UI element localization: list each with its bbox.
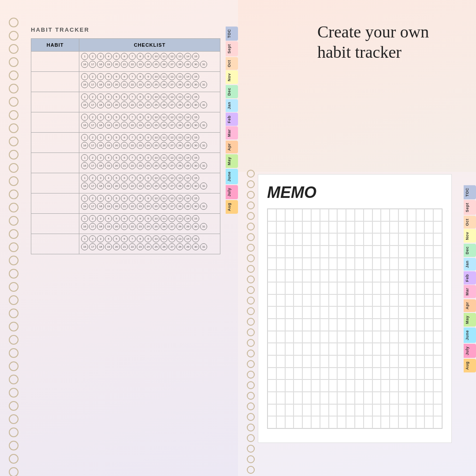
day-circle[interactable]: 13	[176, 53, 183, 60]
day-circle[interactable]: 13	[176, 195, 183, 202]
day-circle[interactable]: 6	[121, 154, 128, 161]
day-circle[interactable]: 23	[137, 101, 144, 108]
day-circle[interactable]: 28	[176, 182, 183, 190]
day-circle[interactable]: 27	[168, 243, 175, 250]
day-circle[interactable]: 11	[160, 195, 167, 202]
day-circle[interactable]: 14	[184, 134, 191, 141]
day-circle[interactable]: 14	[184, 154, 191, 161]
day-circle[interactable]: 1	[81, 235, 88, 242]
day-circle[interactable]: 9	[145, 175, 152, 182]
day-circle[interactable]: 19	[105, 61, 112, 68]
day-circle[interactable]: 21	[121, 101, 128, 108]
day-circle[interactable]: 26	[160, 142, 167, 149]
day-circle[interactable]: 23	[137, 142, 144, 149]
day-circle[interactable]: 14	[184, 215, 191, 222]
day-circle[interactable]: 19	[105, 122, 112, 129]
day-circle[interactable]: 21	[121, 223, 128, 230]
day-circle[interactable]: 12	[168, 195, 175, 202]
day-circle[interactable]: 21	[121, 203, 128, 210]
day-circle[interactable]: 13	[176, 154, 183, 161]
day-circle[interactable]: 12	[168, 134, 175, 141]
day-circle[interactable]: 9	[145, 73, 152, 80]
day-circle[interactable]: 18	[97, 122, 104, 129]
tab-item-mar[interactable]: Mar	[226, 126, 238, 140]
day-circle[interactable]: 20	[113, 122, 120, 129]
day-circle[interactable]: 30	[192, 122, 199, 129]
day-circle[interactable]: 21	[121, 182, 128, 190]
day-circle[interactable]: 23	[137, 81, 144, 88]
day-circle[interactable]: 10	[152, 53, 160, 60]
day-circle[interactable]: 27	[168, 122, 175, 129]
day-circle[interactable]: 10	[152, 93, 160, 100]
day-circle[interactable]: 22	[129, 61, 136, 68]
day-circle[interactable]: 23	[137, 61, 144, 68]
day-circle[interactable]: 12	[168, 175, 175, 182]
day-circle[interactable]: 1	[81, 195, 88, 202]
day-circle[interactable]: 30	[192, 223, 199, 230]
day-circle[interactable]: 9	[145, 134, 152, 141]
day-circle[interactable]: 9	[145, 215, 152, 222]
day-circle[interactable]: 6	[121, 134, 128, 141]
day-circle[interactable]: 16	[81, 101, 88, 108]
day-circle[interactable]: 19	[105, 223, 112, 230]
day-circle[interactable]: 4	[105, 53, 112, 60]
day-circle[interactable]: 18	[97, 142, 104, 149]
tab-item-may[interactable]: May	[226, 154, 238, 168]
day-circle[interactable]: 7	[129, 134, 136, 141]
day-circle[interactable]: 8	[137, 215, 144, 222]
day-circle[interactable]: 20	[113, 81, 120, 88]
day-circle[interactable]: 20	[113, 182, 120, 190]
day-circle[interactable]: 18	[97, 203, 104, 210]
day-circle[interactable]: 4	[105, 154, 112, 161]
day-circle[interactable]: 14	[184, 114, 191, 121]
day-circle[interactable]: 20	[113, 101, 120, 108]
day-circle[interactable]: 2	[89, 53, 96, 60]
day-circle[interactable]: 22	[129, 142, 136, 149]
day-circle[interactable]: 29	[184, 182, 191, 190]
day-circle[interactable]: 4	[105, 73, 112, 80]
day-circle[interactable]: 21	[121, 122, 128, 129]
day-circle[interactable]: 29	[184, 162, 191, 169]
day-circle[interactable]: 18	[97, 223, 104, 230]
day-circle[interactable]: 17	[89, 122, 96, 129]
day-circle[interactable]: 23	[137, 203, 144, 210]
day-circle[interactable]: 31	[200, 223, 207, 230]
day-circle[interactable]: 25	[152, 203, 160, 210]
day-circle[interactable]: 31	[200, 81, 207, 88]
day-circle[interactable]: 23	[137, 162, 144, 169]
day-circle[interactable]: 11	[160, 134, 167, 141]
day-circle[interactable]: 28	[176, 61, 183, 68]
day-circle[interactable]: 19	[105, 162, 112, 169]
day-circle[interactable]: 27	[168, 61, 175, 68]
day-circle[interactable]: 22	[129, 203, 136, 210]
day-circle[interactable]: 10	[152, 235, 160, 242]
day-circle[interactable]: 17	[89, 101, 96, 108]
day-circle[interactable]: 29	[184, 101, 191, 108]
day-circle[interactable]: 14	[184, 53, 191, 60]
day-circle[interactable]: 3	[97, 93, 104, 100]
day-circle[interactable]: 18	[97, 81, 104, 88]
day-circle[interactable]: 18	[97, 61, 104, 68]
day-circle[interactable]: 7	[129, 114, 136, 121]
day-circle[interactable]: 25	[152, 243, 160, 250]
day-circle[interactable]: 19	[105, 203, 112, 210]
day-circle[interactable]: 25	[152, 122, 160, 129]
day-circle[interactable]: 22	[129, 243, 136, 250]
day-circle[interactable]: 24	[145, 243, 152, 250]
day-circle[interactable]: 4	[105, 195, 112, 202]
tab-item-jan[interactable]: Jan	[226, 99, 238, 112]
tab-right-june[interactable]: June	[464, 327, 476, 343]
day-circle[interactable]: 2	[89, 73, 96, 80]
day-circle[interactable]: 22	[129, 81, 136, 88]
day-circle[interactable]: 21	[121, 81, 128, 88]
day-circle[interactable]: 24	[145, 223, 152, 230]
day-circle[interactable]: 27	[168, 182, 175, 190]
day-circle[interactable]: 5	[113, 175, 120, 182]
day-circle[interactable]: 7	[129, 53, 136, 60]
day-circle[interactable]: 12	[168, 235, 175, 242]
day-circle[interactable]: 5	[113, 215, 120, 222]
day-circle[interactable]: 11	[160, 175, 167, 182]
day-circle[interactable]: 15	[192, 53, 199, 60]
day-circle[interactable]: 4	[105, 134, 112, 141]
day-circle[interactable]: 6	[121, 93, 128, 100]
